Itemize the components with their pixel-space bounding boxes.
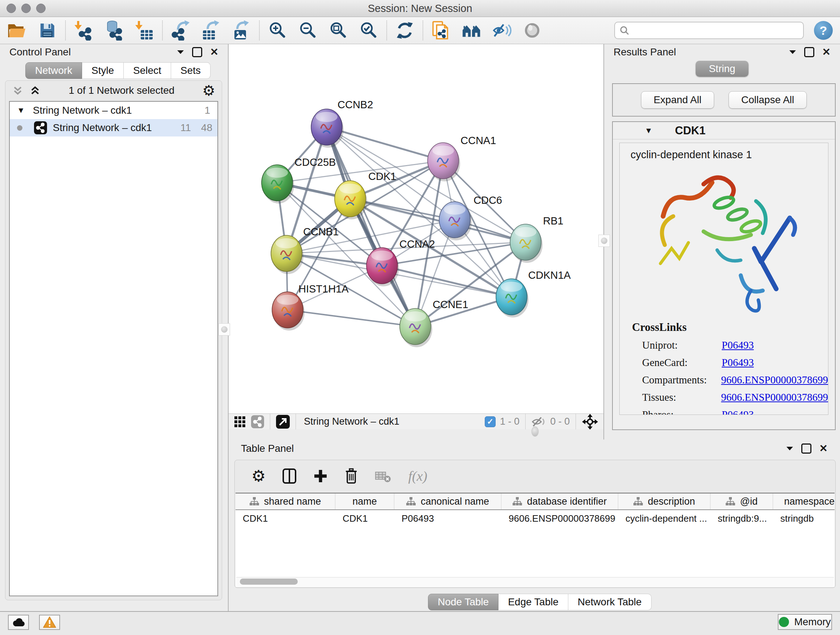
create-column-icon[interactable] bbox=[313, 469, 328, 483]
protein-node-rb1[interactable]: RB1 bbox=[510, 215, 563, 263]
cloud-status-button[interactable] bbox=[8, 615, 29, 630]
right-splitter-handle[interactable] bbox=[598, 234, 610, 247]
collapse-all-networks-icon[interactable] bbox=[12, 85, 24, 96]
column-header-shared-name[interactable]: shared name bbox=[235, 494, 335, 509]
protein-node-ccnb2[interactable]: CCNB2 bbox=[311, 99, 373, 148]
network-collection-row[interactable]: ▼ String Network – cdk1 1 bbox=[10, 102, 218, 119]
collapse-all-button[interactable]: Collapse All bbox=[729, 91, 807, 109]
refresh-layout-icon[interactable] bbox=[395, 20, 415, 41]
protein-node-cdkn1a[interactable]: CDKN1A bbox=[496, 269, 571, 318]
expand-all-networks-icon[interactable] bbox=[29, 85, 41, 96]
zoom-in-icon[interactable] bbox=[268, 20, 287, 41]
network-row-selected[interactable]: String Network – cdk1 11 48 bbox=[10, 119, 218, 136]
pan-tool-icon[interactable] bbox=[582, 413, 598, 430]
title-bar: Session: New Session bbox=[0, 0, 840, 17]
hide-selected-icon[interactable] bbox=[492, 20, 512, 41]
network-options-gear-icon[interactable]: ⚙ bbox=[202, 83, 215, 98]
import-network-database-icon[interactable] bbox=[104, 20, 124, 41]
import-network-file-icon[interactable] bbox=[74, 20, 93, 41]
panel-menu-icon[interactable] bbox=[177, 50, 184, 55]
network-graph[interactable]: CCNB2CCNA1CDC25BCDK1CDC6RB1CCNB1CCNA2CDK… bbox=[229, 44, 603, 413]
column-header-canonical-name[interactable]: canonical name bbox=[394, 494, 501, 509]
horizontal-splitter-handle[interactable] bbox=[531, 426, 538, 437]
crosslink-compartments-link[interactable]: 9606.ENSP00000378699 bbox=[721, 374, 828, 386]
delete-column-icon[interactable] bbox=[344, 468, 358, 485]
left-splitter-handle[interactable] bbox=[218, 323, 230, 336]
search-input[interactable] bbox=[630, 25, 799, 36]
collapse-entry-icon[interactable]: ▼ bbox=[645, 126, 653, 135]
export-image-icon[interactable] bbox=[232, 20, 251, 41]
node-label-cdc25b: CDC25B bbox=[294, 157, 336, 168]
new-network-from-selection-icon[interactable] bbox=[171, 20, 190, 41]
tab-sets[interactable]: Sets bbox=[171, 62, 210, 79]
crosslink-tissues-link[interactable]: 9606.ENSP00000378699 bbox=[721, 391, 828, 403]
toolbar-search-field[interactable] bbox=[614, 22, 804, 39]
gene-entry-header[interactable]: ▼ CDK1 bbox=[613, 122, 835, 139]
table-options-gear-icon[interactable]: ⚙ bbox=[251, 468, 265, 484]
scrollbar-thumb[interactable] bbox=[240, 578, 298, 585]
zoom-fit-icon[interactable] bbox=[328, 20, 348, 41]
zoom-out-icon[interactable] bbox=[298, 20, 317, 41]
detach-view-icon[interactable] bbox=[276, 415, 290, 429]
tab-network[interactable]: Network bbox=[25, 62, 82, 79]
close-panel-icon[interactable]: ✕ bbox=[210, 47, 218, 57]
warnings-button[interactable] bbox=[39, 615, 60, 630]
network-edge[interactable] bbox=[327, 127, 443, 161]
collection-label: String Network – cdk1 bbox=[33, 105, 132, 116]
column-header-description[interactable]: description bbox=[618, 494, 711, 509]
save-session-icon[interactable] bbox=[38, 20, 57, 41]
float-panel-icon[interactable] bbox=[192, 47, 202, 57]
show-columns-icon[interactable] bbox=[282, 468, 297, 484]
column-header-name[interactable]: name bbox=[335, 494, 394, 509]
network-edge-count: 48 bbox=[201, 122, 212, 134]
show-graphics-details-icon bbox=[523, 20, 542, 41]
search-icon bbox=[619, 25, 630, 35]
tab-style[interactable]: Style bbox=[82, 62, 124, 79]
column-header-namespace[interactable]: namespace bbox=[773, 494, 835, 509]
network-edge[interactable] bbox=[287, 310, 415, 326]
crosslink-uniprot-link[interactable]: P06493 bbox=[722, 339, 754, 351]
memory-button[interactable]: Memory bbox=[778, 614, 832, 630]
column-header-id[interactable]: @id bbox=[711, 494, 773, 509]
new-table-icon[interactable] bbox=[201, 20, 221, 41]
import-table-file-icon[interactable] bbox=[134, 20, 154, 41]
tab-string[interactable]: String bbox=[696, 61, 748, 77]
grid-view-icon[interactable] bbox=[234, 416, 246, 428]
network-selection-status: 1 of 1 Network selected bbox=[41, 85, 202, 96]
table-horizontal-scrollbar[interactable] bbox=[236, 577, 834, 586]
tab-edge-table[interactable]: Edge Table bbox=[499, 594, 568, 610]
tab-node-table[interactable]: Node Table bbox=[428, 594, 499, 610]
protein-node-ccna1[interactable]: CCNA1 bbox=[428, 135, 496, 181]
crosslink-label: Uniprot: bbox=[642, 339, 722, 351]
float-panel-icon[interactable] bbox=[801, 443, 812, 454]
float-panel-icon[interactable] bbox=[804, 47, 814, 57]
protein-node-hist1h1a[interactable]: HIST1H1A bbox=[272, 283, 349, 331]
tab-select[interactable]: Select bbox=[124, 62, 171, 79]
network-canvas[interactable]: CCNB2CCNA1CDC25BCDK1CDC6RB1CCNB1CCNA2CDK… bbox=[229, 44, 603, 413]
table-row[interactable]: CDK1 CDK1 P06493 9606.ENSP00000378699 cy… bbox=[235, 510, 835, 527]
hidden-counts: 0 - 0 bbox=[550, 416, 570, 427]
network-view-title: String Network – cdk1 bbox=[304, 416, 399, 427]
crosslinks-section: CrossLinks Uniprot:P06493 GeneCard:P0649… bbox=[632, 321, 828, 415]
birds-eye-view-icon[interactable] bbox=[462, 20, 481, 41]
open-session-icon[interactable] bbox=[7, 20, 27, 41]
horizontal-splitter[interactable] bbox=[229, 429, 603, 440]
node-label-ccna2: CCNA2 bbox=[399, 238, 435, 250]
column-header-database-identifier[interactable]: database identifier bbox=[501, 494, 618, 509]
close-panel-icon[interactable]: ✕ bbox=[819, 443, 828, 454]
selected-items-checkbox[interactable]: ✓ bbox=[485, 416, 496, 427]
protein-node-ccne1[interactable]: CCNE1 bbox=[400, 299, 468, 347]
close-panel-icon[interactable]: ✕ bbox=[822, 47, 831, 57]
zoom-selected-icon[interactable] bbox=[359, 20, 378, 41]
annotation-mode-icon[interactable] bbox=[431, 20, 451, 41]
panel-menu-icon[interactable] bbox=[786, 446, 793, 451]
tab-network-table[interactable]: Network Table bbox=[568, 594, 652, 610]
crosslink-pharos-link[interactable]: P06493 bbox=[722, 409, 754, 415]
collapse-collection-icon[interactable]: ▼ bbox=[17, 106, 25, 115]
crosslink-genecard-link[interactable]: P06493 bbox=[722, 356, 754, 369]
network-view-icon-disabled bbox=[251, 415, 264, 428]
network-edge[interactable] bbox=[327, 127, 415, 326]
panel-menu-icon[interactable] bbox=[789, 50, 796, 55]
expand-all-button[interactable]: Expand All bbox=[641, 91, 714, 109]
help-icon[interactable]: ? bbox=[814, 21, 833, 40]
